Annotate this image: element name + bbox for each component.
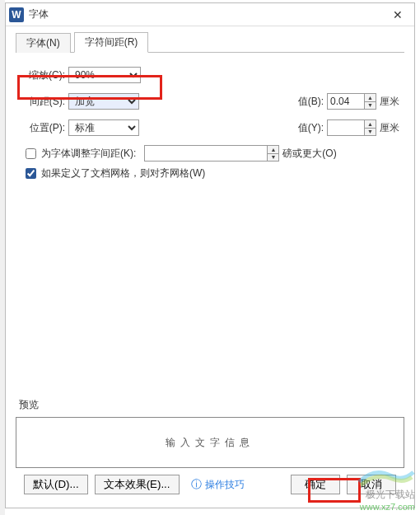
value-y-spin-down[interactable]: ▼ [365,129,376,136]
position-select[interactable]: 标准 [68,119,139,136]
text-effect-button[interactable]: 文本效果(E)... [95,475,180,494]
snap-grid-checkbox[interactable] [26,168,36,179]
value-b-unit: 厘米 [380,95,399,109]
close-button[interactable]: ✕ [381,3,414,26]
position-label: 位置(P): [21,121,65,135]
zoom-label: 缩放(C): [21,68,65,82]
value-y-spin-up[interactable]: ▲ [365,120,376,129]
row-zoom: 缩放(C): 90% [21,66,399,84]
kerning-input[interactable] [145,146,267,161]
form-area: 缩放(C): 90% 间距(S): 加宽 值(B): ▲ ▼ [16,53,404,185]
value-y-spinner[interactable]: ▲ ▼ [327,119,376,136]
default-button[interactable]: 默认(D)... [24,475,88,494]
value-b-input[interactable] [328,94,364,109]
kerning-spin-up[interactable]: ▲ [268,146,278,154]
preview-title: 预览 [19,398,404,412]
value-b-spin-down[interactable]: ▼ [365,102,376,110]
value-b-spinner[interactable]: ▲ ▼ [327,93,376,110]
kerning-spinner[interactable]: ▲ ▼ [144,145,279,162]
snap-grid-label[interactable]: 如果定义了文档网格，则对齐网格(W) [41,166,205,180]
tips-label: 操作技巧 [205,478,245,492]
value-b-label: 值(B): [287,95,324,109]
dialog-content: 字体(N) 字符间距(R) 缩放(C): 90% 间距(S): 加宽 值(B): [6,26,414,508]
row-position: 位置(P): 标准 值(Y): ▲ ▼ 厘米 [21,119,399,137]
kerning-checkbox[interactable] [26,148,36,159]
value-y-input[interactable] [328,120,364,135]
value-b-spin-up[interactable]: ▲ [365,94,376,102]
font-dialog-window: W 字体 ✕ 字体(N) 字符间距(R) 缩放(C): 90% 间距(S): 加… [5,2,415,508]
row-kerning: 为字体调整字间距(K): ▲ ▼ 磅或更大(O) [26,145,399,162]
value-y-label: 值(Y): [287,121,324,135]
tab-strip: 字体(N) 字符间距(R) [16,33,404,53]
cancel-button[interactable]: 取消 [347,475,396,494]
kerning-spin-down[interactable]: ▼ [268,154,278,162]
value-y-unit: 厘米 [380,121,399,135]
spacing-select[interactable]: 加宽 [68,93,139,110]
app-icon: W [9,7,24,22]
preview-placeholder: 输入文字信息 [166,436,254,450]
tips-icon: ⓘ [191,477,202,492]
kerning-unit: 磅或更大(O) [282,147,336,161]
kerning-label[interactable]: 为字体调整字间距(K): [41,147,136,161]
tab-font[interactable]: 字体(N) [16,33,71,53]
titlebar: W 字体 ✕ [6,3,414,26]
window-title: 字体 [29,7,49,21]
zoom-select[interactable]: 90% [68,67,141,83]
ok-button[interactable]: 确定 [291,475,340,494]
row-spacing: 间距(S): 加宽 值(B): ▲ ▼ 厘米 [21,92,399,110]
row-snap-grid: 如果定义了文档网格，则对齐网格(W) [26,166,399,180]
dialog-footer: 默认(D)... 文本效果(E)... ⓘ 操作技巧 确定 取消 [16,468,404,501]
preview-section: 预览 输入文字信息 [16,390,404,468]
tab-char-spacing[interactable]: 字符间距(R) [74,32,149,53]
preview-box: 输入文字信息 [16,417,404,468]
spacing-label: 间距(S): [21,95,65,109]
close-icon: ✕ [393,8,403,21]
tips-link[interactable]: ⓘ 操作技巧 [191,477,245,492]
